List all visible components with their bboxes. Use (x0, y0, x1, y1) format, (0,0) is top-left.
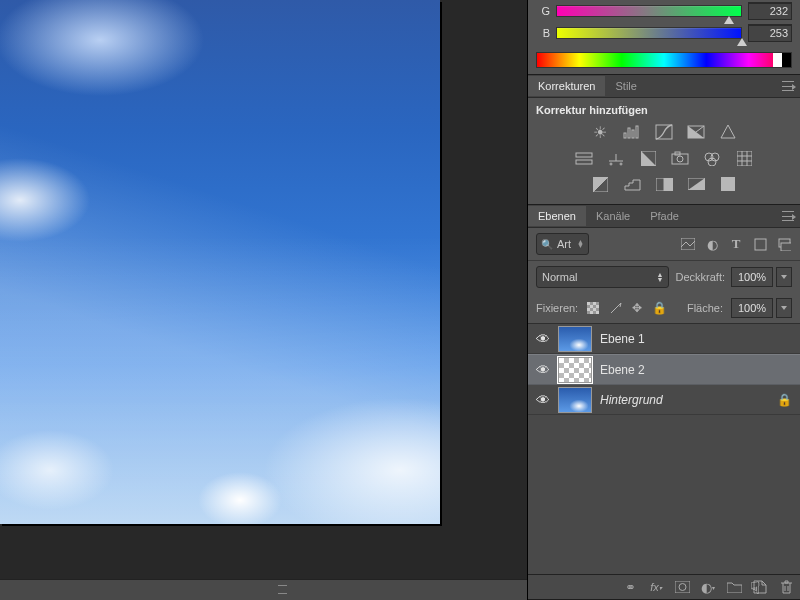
filter-pixel-icon[interactable] (680, 236, 696, 252)
adjustments-tabstrip: Korrekturen Stile (528, 75, 800, 98)
filter-shape-icon[interactable] (752, 236, 768, 252)
adjustments-hint: Korrektur hinzufügen (536, 104, 792, 116)
visibility-toggle[interactable]: 👁 (536, 362, 550, 378)
panel-collapse-toggle[interactable] (278, 585, 287, 594)
adjustments-panel: Korrekturen Stile Korrektur hinzufügen ☀ (528, 75, 800, 205)
color-thumb-b[interactable] (737, 38, 747, 46)
layer-row[interactable]: 👁 Ebene 1 (528, 324, 800, 354)
dropdown-arrow-icon: ▲▼ (657, 272, 664, 282)
cursor-icon: ☟ (750, 578, 760, 599)
lock-transparency-icon[interactable] (586, 301, 600, 315)
adj-posterize-icon[interactable] (621, 174, 643, 194)
color-spectrum[interactable] (536, 52, 792, 68)
magnifier-icon: 🔍 (541, 239, 553, 250)
adj-hue-icon[interactable] (573, 148, 595, 168)
layer-name[interactable]: Hintergrund (600, 393, 769, 407)
fx-icon[interactable]: fx▾ (648, 579, 664, 595)
layer-thumbnail[interactable] (558, 326, 592, 352)
tab-ebenen[interactable]: Ebenen (528, 206, 586, 226)
svg-point-32 (679, 584, 686, 591)
layer-thumbnail[interactable] (558, 387, 592, 413)
new-group-icon[interactable] (726, 579, 742, 595)
color-value-g[interactable]: 232 (748, 2, 792, 20)
adj-selective-color-icon[interactable] (717, 174, 739, 194)
layers-panel-menu[interactable] (782, 211, 794, 221)
adj-gradient-map-icon[interactable] (685, 174, 707, 194)
delete-layer-icon[interactable] (778, 579, 794, 595)
lock-all-icon[interactable]: 🔒 (652, 301, 666, 315)
adj-lookup-icon[interactable] (733, 148, 755, 168)
link-layers-icon[interactable]: ⚭ (622, 579, 638, 595)
fill-label: Fläche: (687, 302, 723, 314)
svg-rect-26 (781, 243, 791, 251)
svg-rect-6 (576, 153, 592, 157)
svg-rect-2 (632, 130, 634, 138)
lock-position-icon[interactable]: ✥ (630, 301, 644, 315)
fill-flyout[interactable] (776, 298, 792, 318)
svg-rect-31 (675, 581, 690, 593)
lock-label: Fixieren: (536, 302, 578, 314)
filter-adjustment-icon[interactable]: ◐ (704, 236, 720, 252)
color-value-b[interactable]: 253 (748, 24, 792, 42)
tab-korrekturen[interactable]: Korrekturen (528, 76, 605, 96)
canvas-area (0, 0, 527, 600)
adj-bw-icon[interactable] (637, 148, 659, 168)
document-canvas[interactable] (0, 0, 440, 524)
adjustments-panel-menu[interactable] (782, 81, 794, 91)
layer-name[interactable]: Ebene 1 (600, 332, 792, 346)
svg-rect-27 (587, 302, 599, 314)
color-slider-b: B 253 (536, 22, 792, 44)
new-adjustment-layer-icon[interactable]: ◐▾ (700, 579, 716, 595)
visibility-toggle[interactable]: 👁 (536, 392, 550, 408)
color-label-b: B (536, 27, 550, 39)
adj-vibrance-icon[interactable] (717, 122, 739, 142)
adj-brightness-icon[interactable]: ☀ (589, 122, 611, 142)
color-panel: G 232 B 253 (528, 0, 800, 75)
adj-invert-icon[interactable] (589, 174, 611, 194)
tab-pfade[interactable]: Pfade (640, 206, 689, 226)
blend-mode-label: Normal (542, 271, 577, 283)
fill-value[interactable]: 100% (731, 298, 773, 318)
right-panel-stack: G 232 B 253 Korrekturen Stile (527, 0, 800, 600)
svg-rect-24 (755, 239, 766, 250)
svg-rect-0 (624, 133, 626, 138)
adj-levels-icon[interactable] (621, 122, 643, 142)
layer-thumbnail[interactable] (558, 357, 592, 383)
adj-threshold-icon[interactable] (653, 174, 675, 194)
adj-curves-icon[interactable] (653, 122, 675, 142)
color-label-g: G (536, 5, 550, 17)
svg-point-12 (677, 156, 683, 162)
status-bar (0, 579, 527, 600)
color-track-g[interactable] (556, 5, 742, 17)
adj-color-balance-icon[interactable] (605, 148, 627, 168)
svg-rect-1 (628, 128, 630, 138)
add-mask-icon[interactable] (674, 579, 690, 595)
svg-rect-7 (576, 160, 592, 164)
layer-name[interactable]: Ebene 2 (600, 363, 792, 377)
adj-channel-mixer-icon[interactable] (701, 148, 723, 168)
layer-list: 👁 Ebene 1 👁 Ebene 2 👁 Hintergrund 🔒 (528, 324, 800, 574)
svg-point-9 (620, 163, 622, 165)
layer-row[interactable]: 👁 Hintergrund 🔒 (528, 385, 800, 415)
layer-row[interactable]: 👁 Ebene 2 (528, 354, 800, 385)
opacity-value[interactable]: 100% (731, 267, 773, 287)
tab-kanaele[interactable]: Kanäle (586, 206, 640, 226)
lock-image-icon[interactable] (608, 301, 622, 315)
stepper-icon: ▲▼ (577, 240, 584, 248)
opacity-flyout[interactable] (776, 267, 792, 287)
color-track-b[interactable] (556, 27, 742, 39)
svg-rect-3 (636, 126, 638, 138)
svg-rect-22 (721, 177, 735, 191)
color-slider-g: G 232 (536, 0, 792, 22)
adj-photo-filter-icon[interactable] (669, 148, 691, 168)
svg-rect-20 (664, 178, 673, 191)
blend-mode-select[interactable]: Normal ▲▼ (536, 266, 669, 288)
adj-exposure-icon[interactable] (685, 122, 707, 142)
layer-filter-label: Art (557, 238, 571, 250)
filter-type-icon[interactable]: T (728, 236, 744, 252)
visibility-toggle[interactable]: 👁 (536, 331, 550, 347)
tab-stile[interactable]: Stile (605, 76, 646, 96)
layer-filter-select[interactable]: 🔍 Art ▲▼ (536, 233, 589, 255)
color-thumb-g[interactable] (724, 16, 734, 24)
filter-smart-icon[interactable] (776, 236, 792, 252)
